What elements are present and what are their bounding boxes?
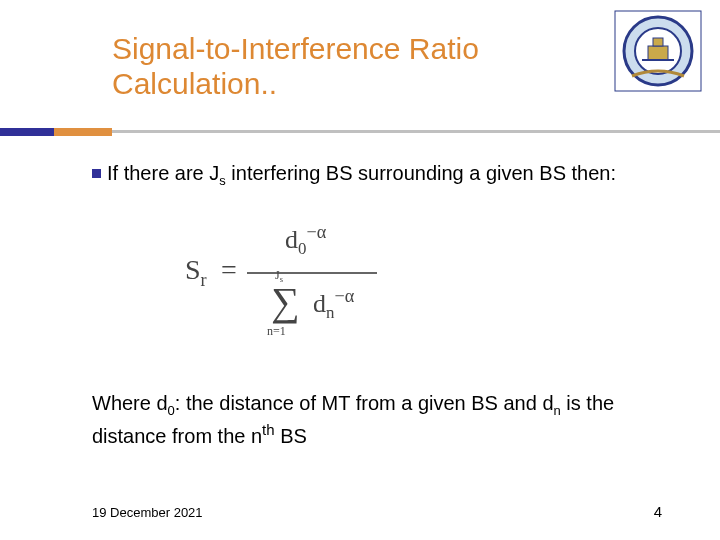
formula-sum-lower: n=1: [267, 324, 286, 339]
formula: Sr = d0−α Js ∑ n=1 dn−α: [185, 210, 445, 350]
formula-sr: Sr: [185, 254, 207, 291]
formula-num-sup: −α: [306, 222, 326, 242]
where-pre: Where d: [92, 392, 168, 414]
title-line-2: Calculation..: [112, 67, 277, 100]
formula-num-d: d: [285, 225, 298, 254]
formula-numerator: d0−α: [285, 222, 326, 259]
slide: Signal-to-Interference Ratio Calculation…: [0, 0, 720, 540]
sigma-icon: ∑: [271, 282, 300, 322]
formula-den-term: dn−α: [313, 286, 354, 323]
svg-rect-4: [653, 38, 663, 46]
where-text: Where d0: the distance of MT from a give…: [92, 390, 672, 449]
where-mid1: : the distance of MT from a given BS and…: [175, 392, 554, 414]
bullet-text-post: interfering BS surrounding a given BS th…: [226, 162, 616, 184]
where-post: BS: [275, 425, 307, 447]
formula-S-sub: r: [201, 270, 207, 290]
where-dn: n: [554, 403, 561, 418]
title-divider: [0, 128, 720, 140]
title-line-1: Signal-to-Interference Ratio: [112, 32, 479, 65]
formula-den-d: d: [313, 289, 326, 318]
slide-title: Signal-to-Interference Ratio Calculation…: [112, 32, 612, 101]
formula-equals: =: [221, 254, 237, 286]
where-d0: 0: [168, 403, 175, 418]
formula-den-sup: −α: [334, 286, 354, 306]
footer-page-number: 4: [654, 503, 662, 520]
bullet-item: If there are Js interfering BS surroundi…: [92, 160, 684, 190]
bullet-icon: [92, 169, 101, 178]
formula-S: S: [185, 254, 201, 285]
formula-denominator: Js ∑ n=1 dn−α: [241, 264, 381, 344]
svg-rect-3: [648, 46, 668, 60]
bullet-text-pre: If there are J: [107, 162, 219, 184]
university-logo: [614, 10, 702, 92]
where-th: th: [262, 421, 275, 438]
footer-date: 19 December 2021: [92, 505, 203, 520]
